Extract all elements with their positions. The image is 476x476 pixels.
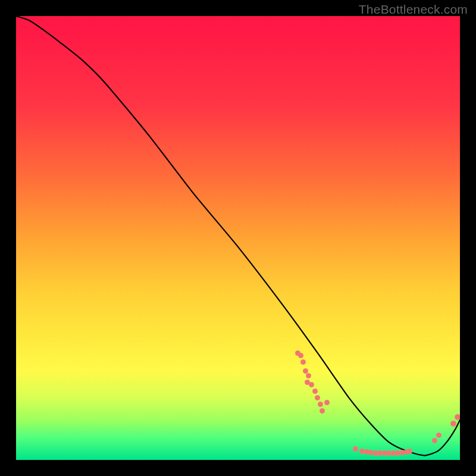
data-point <box>436 433 441 438</box>
data-point <box>320 408 325 414</box>
data-point <box>312 389 318 394</box>
watermark-text: TheBottleneck.com <box>359 2 468 17</box>
data-point <box>432 438 437 443</box>
data-point <box>300 359 306 365</box>
data-point <box>407 449 412 454</box>
chart-root: TheBottleneck.com <box>0 0 476 476</box>
data-point <box>315 395 320 400</box>
data-point <box>318 402 323 407</box>
data-point <box>309 382 314 387</box>
data-point <box>324 400 330 405</box>
data-point <box>450 421 456 427</box>
plot-area <box>16 16 460 460</box>
data-point <box>298 353 303 358</box>
data-point <box>353 446 358 452</box>
data-point <box>306 373 311 378</box>
points-layer <box>16 16 460 460</box>
data-point <box>455 414 460 420</box>
